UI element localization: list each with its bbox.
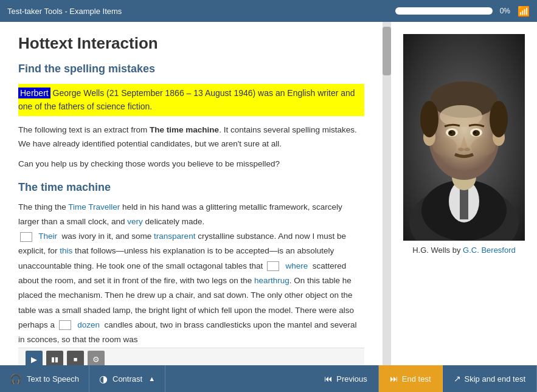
word-where[interactable]: where <box>286 261 308 270</box>
content-panel: Hottext Interaction Find the spelling mi… <box>0 22 383 365</box>
svg-point-16 <box>464 148 470 151</box>
playback-bar: ▶ ▮▮ ■ ⚙ <box>18 348 364 365</box>
previous-label: Previous <box>336 374 367 383</box>
word-transparent[interactable]: transparent <box>154 232 195 241</box>
settings-button[interactable]: ⚙ <box>88 351 105 365</box>
skip-end-button[interactable]: ↗ Skip and end test <box>443 365 537 392</box>
image-panel: H.G. Wells by G.C. Beresford <box>391 22 537 365</box>
book-title: The time machine <box>150 125 219 134</box>
portrait-caption: H.G. Wells by G.C. Beresford <box>412 246 516 255</box>
svg-point-12 <box>473 130 480 136</box>
progress-label: 0% <box>500 7 510 15</box>
checkbox-where[interactable] <box>267 261 279 271</box>
svg-point-22 <box>490 101 508 137</box>
contrast-label: Contrast <box>113 374 142 383</box>
progress-bar-container <box>395 7 493 15</box>
page-title: Hottext Interaction <box>18 34 364 53</box>
svg-point-21 <box>420 101 438 137</box>
word-dozen[interactable]: dozen <box>77 320 100 329</box>
body-text-2: Can you help us by checking those words … <box>18 157 364 171</box>
end-test-label: End test <box>402 374 431 383</box>
scrollbar-track[interactable] <box>383 22 391 365</box>
tts-icon: 🎧 <box>10 373 22 385</box>
word-their[interactable]: Their <box>38 232 57 241</box>
word-hearthrug[interactable]: hearthrug <box>254 276 289 285</box>
tts-section[interactable]: 🎧 Text to Speech <box>0 365 89 392</box>
contrast-icon: ◑ <box>99 373 108 385</box>
wifi-icon: 📶 <box>518 5 530 17</box>
passage-text: The thing the Time Traveller held in his… <box>18 200 364 348</box>
word-george-wells[interactable]: George Wells <box>53 88 105 98</box>
photographer-link[interactable]: G.C. Beresford <box>463 246 516 255</box>
instruction-heading: Find the spelling mistakes <box>18 63 364 75</box>
stop-button[interactable]: ■ <box>67 351 84 365</box>
svg-point-11 <box>448 130 456 136</box>
main-area: Hottext Interaction Find the spelling mi… <box>0 22 537 365</box>
skip-end-label: Skip and end test <box>465 374 525 383</box>
checkbox-dozen[interactable] <box>59 320 71 330</box>
svg-point-20 <box>471 137 496 156</box>
svg-point-13 <box>449 131 452 134</box>
top-bar-right: 0% 📶 <box>395 5 530 17</box>
previous-button[interactable]: ⏮ Previous <box>313 365 379 392</box>
section-title: The time machine <box>18 181 364 194</box>
highlight-intro: Herbert George Wells (21 September 1866 … <box>18 84 364 116</box>
word-herbert[interactable]: Herbert <box>18 88 50 98</box>
play-button[interactable]: ▶ <box>26 351 43 365</box>
top-bar: Test-taker Tools - Example Items 0% 📶 <box>0 0 537 22</box>
portrait-svg <box>403 34 525 241</box>
portrait-image <box>403 34 525 241</box>
bottom-bar: 🎧 Text to Speech ◑ Contrast ▲ ⏮ Previous… <box>0 365 537 392</box>
svg-point-8 <box>440 105 482 127</box>
svg-point-15 <box>458 148 464 151</box>
contrast-section[interactable]: ◑ Contrast ▲ <box>89 365 165 392</box>
pause-button[interactable]: ▮▮ <box>46 351 63 365</box>
end-test-button[interactable]: ⏭ End test <box>379 365 443 392</box>
word-traveller[interactable]: Traveller <box>88 202 120 211</box>
word-time[interactable]: Time <box>68 202 86 211</box>
word-very[interactable]: very <box>127 217 143 226</box>
word-this[interactable]: this <box>60 246 72 255</box>
app-title: Test-taker Tools - Example Items <box>7 7 122 16</box>
svg-rect-4 <box>460 189 468 219</box>
svg-point-19 <box>432 137 457 156</box>
previous-icon: ⏮ <box>324 374 333 383</box>
scrollbar-thumb[interactable] <box>383 27 391 75</box>
contrast-chevron: ▲ <box>148 375 155 382</box>
checkbox-their[interactable] <box>20 232 32 242</box>
tts-label: Text to Speech <box>27 374 79 383</box>
caption-text: H.G. Wells by <box>412 246 460 255</box>
skip-end-icon: ↗ <box>454 374 461 383</box>
svg-point-14 <box>474 131 476 134</box>
end-test-icon: ⏭ <box>390 374 398 383</box>
body-text-1: The following text is an extract from Th… <box>18 123 364 151</box>
